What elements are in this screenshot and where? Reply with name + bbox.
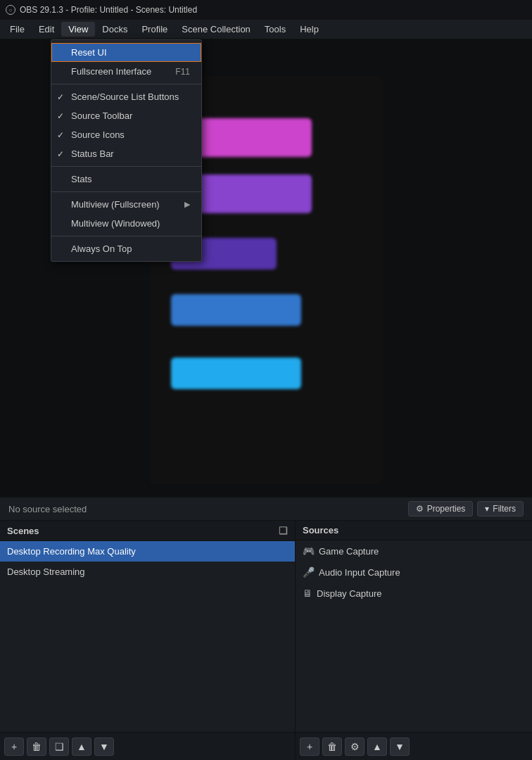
dropdown-item-source-icons[interactable]: ✓Source Icons <box>51 125 201 144</box>
bottom-panels: Scenes ❑ Desktop Recording Max QualityDe… <box>0 521 532 760</box>
sources-settings-button[interactable]: ⚙ <box>345 737 365 756</box>
check-icon: ✓ <box>57 92 64 102</box>
gear-icon: ⚙ <box>350 741 360 752</box>
sources-panel: Sources 🎮Game Capture🎤Audio Input Captur… <box>296 521 532 760</box>
scenes-delete-button[interactable]: 🗑 <box>27 737 46 756</box>
source-item-display-capture[interactable]: 🖥Display Capture <box>296 583 532 604</box>
up-icon: ▲ <box>77 741 87 752</box>
dropdown-item-fullscreen-interface[interactable]: Fullscreen InterfaceF11 <box>51 62 201 81</box>
gear-icon: ⚙ <box>416 504 424 514</box>
trash-icon: 🗑 <box>32 741 42 752</box>
menubar: FileEditViewDocksProfileScene Collection… <box>0 20 532 39</box>
scenes-panel: Scenes ❑ Desktop Recording Max QualityDe… <box>0 521 296 760</box>
dropdown-item-status-bar[interactable]: ✓Status Bar <box>51 144 201 163</box>
preview-bar-4 <box>171 357 301 389</box>
menu-item-scene-collection[interactable]: Scene Collection <box>175 22 258 37</box>
scenes-copy-button[interactable]: ❑ <box>49 737 69 756</box>
dropdown-item-multiview-fullscreen[interactable]: Multiview (Fullscreen)▶ <box>51 195 201 214</box>
statusbar: No source selected ⚙ Properties ▾ Filter… <box>0 497 532 521</box>
source-icon-game-capture: 🎮 <box>303 545 315 557</box>
scene-item-desktop-streaming[interactable]: Desktop Streaming <box>0 562 295 582</box>
dropdown-separator <box>51 236 201 236</box>
source-item-audio-input[interactable]: 🎤Audio Input Capture <box>296 562 532 583</box>
filter-icon: ▾ <box>485 504 489 514</box>
menu-item-profile[interactable]: Profile <box>134 22 175 37</box>
dropdown-item-stats[interactable]: Stats <box>51 170 201 189</box>
dropdown-item-label: Fullscreen Interface <box>71 66 151 77</box>
titlebar-text: OBS 29.1.3 - Profile: Untitled - Scenes:… <box>20 5 197 15</box>
dropdown-item-label: Status Bar <box>71 148 114 159</box>
dropdown-item-always-on-top[interactable]: Always On Top <box>51 239 201 258</box>
source-icon-display-capture: 🖥 <box>303 588 312 599</box>
source-label: Display Capture <box>317 588 382 599</box>
dropdown-separator <box>51 84 201 84</box>
source-label: Audio Input Capture <box>319 567 400 578</box>
properties-button[interactable]: ⚙ Properties <box>408 501 474 517</box>
menu-item-file[interactable]: File <box>3 22 32 37</box>
preview-bar-3 <box>171 294 301 326</box>
check-icon: ✓ <box>57 149 64 159</box>
shortcut-label: F11 <box>175 67 190 77</box>
add-icon: + <box>11 741 17 752</box>
menu-item-view[interactable]: View <box>61 22 95 37</box>
submenu-arrow-icon: ▶ <box>184 200 190 209</box>
check-icon: ✓ <box>57 111 64 121</box>
scenes-down-button[interactable]: ▼ <box>94 737 114 756</box>
titlebar: ○ OBS 29.1.3 - Profile: Untitled - Scene… <box>0 0 532 20</box>
scene-item-desktop-recording[interactable]: Desktop Recording Max Quality <box>0 541 295 562</box>
menu-item-docks[interactable]: Docks <box>95 22 134 37</box>
scenes-panel-header: Scenes ❑ <box>0 521 295 541</box>
down-icon: ▼ <box>99 741 109 752</box>
up-icon: ▲ <box>372 741 382 752</box>
dropdown-item-label: Multiview (Windowed) <box>71 218 160 229</box>
source-icon-audio-input: 🎤 <box>303 566 315 578</box>
dropdown-item-label: Stats <box>71 174 92 184</box>
dropdown-item-label: Source Toolbar <box>71 110 132 121</box>
dropdown-item-scene-source-list-buttons[interactable]: ✓Scene/Source List Buttons <box>51 87 201 106</box>
menu-item-edit[interactable]: Edit <box>32 22 61 37</box>
copy-icon: ❑ <box>55 741 64 752</box>
sources-title: Sources <box>303 525 338 536</box>
dropdown-item-source-toolbar[interactable]: ✓Source Toolbar <box>51 106 201 125</box>
check-icon: ✓ <box>57 130 64 140</box>
dropdown-item-multiview-windowed[interactable]: Multiview (Windowed) <box>51 214 201 233</box>
source-label: Game Capture <box>319 546 379 557</box>
sources-down-button[interactable]: ▼ <box>390 737 410 756</box>
source-item-game-capture[interactable]: 🎮Game Capture <box>296 540 532 562</box>
scenes-toolbar: + 🗑 ❑ ▲ ▼ <box>0 732 295 760</box>
sources-add-button[interactable]: + <box>300 737 319 756</box>
app-icon: ○ <box>6 5 15 15</box>
scenes-add-button[interactable]: + <box>4 737 24 756</box>
trash-icon: 🗑 <box>327 741 337 752</box>
dropdown-separator <box>51 166 201 167</box>
scenes-list: Desktop Recording Max QualityDesktop Str… <box>0 541 295 732</box>
dropdown-item-label: Scene/Source List Buttons <box>71 91 179 102</box>
dropdown-separator <box>51 191 201 192</box>
no-source-label: No source selected <box>8 504 87 514</box>
dropdown-item-reset-ui[interactable]: Reset UI <box>51 43 201 62</box>
down-icon: ▼ <box>395 741 405 752</box>
add-icon: + <box>307 741 312 752</box>
dropdown-item-label: Multiview (Fullscreen) <box>71 199 160 210</box>
dropdown-item-label: Source Icons <box>71 129 125 140</box>
view-dropdown-menu: Reset UIFullscreen InterfaceF11✓Scene/So… <box>51 39 202 262</box>
sources-toolbar: + 🗑 ⚙ ▲ ▼ <box>296 732 532 760</box>
sources-delete-button[interactable]: 🗑 <box>322 737 342 756</box>
sources-panel-header: Sources <box>296 521 532 540</box>
sources-up-button[interactable]: ▲ <box>367 737 387 756</box>
sources-list: 🎮Game Capture🎤Audio Input Capture🖥Displa… <box>296 540 532 732</box>
filters-button[interactable]: ▾ Filters <box>477 501 524 517</box>
menu-item-help[interactable]: Help <box>293 22 326 37</box>
scenes-panel-icon[interactable]: ❑ <box>279 525 288 536</box>
dropdown-item-label: Always On Top <box>71 243 132 254</box>
scenes-up-button[interactable]: ▲ <box>72 737 91 756</box>
dropdown-item-label: Reset UI <box>71 47 107 58</box>
scenes-title: Scenes <box>7 526 39 536</box>
menu-item-tools[interactable]: Tools <box>258 22 293 37</box>
